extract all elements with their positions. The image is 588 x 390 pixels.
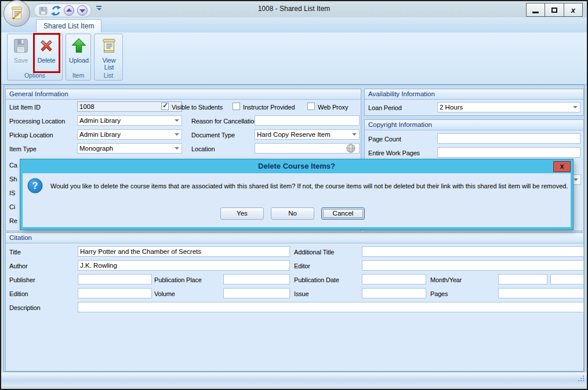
publication-place-field[interactable]	[223, 274, 290, 285]
refresh-icon[interactable]	[50, 4, 63, 17]
publisher-label: Publisher	[9, 276, 35, 283]
obscured-row-label: Sh	[9, 176, 17, 183]
author-label: Author	[9, 263, 28, 269]
dialog-close-button[interactable]: x	[553, 161, 571, 172]
web-proxy-checkbox[interactable]: ✓	[307, 103, 315, 110]
document-type-label: Document Type	[191, 132, 235, 138]
citation-header: Citation	[6, 233, 583, 243]
edition-label: Edition	[9, 290, 28, 297]
delete-label: Delete	[34, 57, 59, 64]
upload-button[interactable]: Upload	[67, 36, 91, 71]
item-type-dropdown[interactable]: Monograph	[77, 143, 182, 154]
green-up-arrow-icon	[70, 37, 88, 56]
delete-button[interactable]: Delete	[34, 36, 59, 71]
page-count-field[interactable]	[437, 133, 580, 144]
month-year-label: Month/Year	[430, 276, 462, 283]
red-x-icon	[37, 37, 56, 56]
dialog-title: Delete Course Items?	[20, 159, 573, 173]
loan-period-dropdown[interactable]: 2 Hours	[437, 102, 580, 112]
ribbon-group-options: Save Delete Options	[7, 34, 63, 81]
location-label: Location	[191, 145, 215, 152]
check-icon: ✓	[162, 101, 168, 110]
edition-field[interactable]	[78, 288, 152, 298]
group-label-item: Item	[66, 72, 90, 79]
location-field[interactable]	[255, 143, 360, 154]
month-field[interactable]	[498, 274, 547, 285]
title-field[interactable]	[78, 246, 290, 257]
web-proxy-label: Web Proxy	[318, 104, 348, 111]
no-button[interactable]: No	[271, 207, 314, 220]
maximize-button[interactable]	[545, 3, 564, 16]
pickup-location-dropdown[interactable]: Admin Library	[77, 129, 182, 140]
app-window: 1008 - Shared List Item x	[0, 0, 588, 390]
processing-location-label: Processing Location	[9, 118, 65, 125]
page-count-label: Page Count	[368, 136, 401, 143]
down-circle-icon[interactable]	[76, 4, 89, 17]
author-field[interactable]	[78, 260, 290, 271]
view-list-label: View List	[97, 57, 121, 71]
visible-to-students-label: Visible to Students	[172, 104, 223, 111]
title-label: Title	[9, 249, 21, 256]
cancel-button[interactable]: Cancel	[321, 207, 365, 220]
publisher-field[interactable]	[78, 274, 152, 285]
obscured-row-label: IS	[9, 189, 15, 196]
publication-date-field[interactable]	[362, 274, 426, 285]
list-item-id-label: List Item ID	[9, 104, 41, 111]
issue-label: Issue	[294, 290, 309, 297]
entire-work-pages-field[interactable]	[437, 147, 580, 158]
svg-text:?: ?	[32, 181, 38, 191]
save-label: Save	[9, 57, 33, 64]
ribbon-group-item: Upload Item	[66, 34, 91, 81]
obscured-row-label: Re	[9, 217, 17, 224]
additional-title-field[interactable]	[362, 246, 584, 257]
reason-for-cancellation-label: Reason for Cancellation	[191, 118, 257, 125]
close-button[interactable]: x	[564, 3, 582, 16]
document-type-dropdown[interactable]: Hard Copy Reserve Item	[255, 129, 360, 140]
citation-panel: Citation Title Additional Title Author E…	[5, 232, 584, 371]
customize-toolbar-icon[interactable]	[96, 6, 101, 10]
publication-date-label: Publication Date	[294, 276, 339, 283]
entire-work-pages-label: Entire Work Pages	[368, 150, 420, 156]
save-button[interactable]: Save	[9, 36, 33, 71]
scroll-icon	[100, 37, 118, 56]
chevron-down-icon	[574, 178, 578, 181]
loan-period-label: Loan Period	[368, 104, 402, 111]
description-field[interactable]	[78, 302, 584, 312]
scroll-pencil-icon	[7, 3, 27, 23]
visible-to-students-checkbox[interactable]: ✓	[161, 103, 169, 110]
volume-field[interactable]	[223, 288, 290, 298]
chevron-down-icon	[175, 119, 179, 122]
availability-information-panel: Availability Information Loan Period 2 H…	[364, 89, 584, 116]
window-controls: x	[526, 3, 583, 17]
yes-button[interactable]: Yes	[220, 207, 264, 220]
year-field[interactable]	[550, 274, 584, 285]
quick-access-toolbar	[34, 3, 92, 17]
view-list-button[interactable]: View List	[97, 36, 121, 71]
ribbon-group-list: View List List	[94, 34, 123, 81]
tab-shared-list-item[interactable]: Shared List Item	[36, 19, 101, 32]
upload-label: Upload	[67, 57, 91, 64]
minimize-button[interactable]	[527, 3, 545, 16]
availability-information-header: Availability Information	[365, 89, 583, 100]
pages-label: Pages	[430, 290, 448, 297]
editor-field[interactable]	[362, 260, 584, 271]
instructor-provided-label: Instructor Provided	[243, 104, 295, 111]
quick-save-icon[interactable]	[37, 4, 49, 17]
group-label-options: Options	[8, 72, 62, 79]
up-circle-icon[interactable]	[63, 4, 75, 17]
pages-field[interactable]	[498, 288, 584, 298]
obscured-row-label: Ci	[9, 203, 15, 210]
processing-location-dropdown[interactable]: Admin Library	[77, 115, 182, 126]
group-label-list: List	[95, 72, 122, 79]
globe-icon[interactable]	[346, 144, 356, 154]
instructor-provided-checkbox[interactable]: ✓	[233, 103, 240, 110]
reason-for-cancellation-field[interactable]	[255, 115, 360, 126]
obscured-row-label: Ca	[9, 162, 17, 169]
resize-grip[interactable]	[578, 374, 585, 385]
floppy-disk-icon	[12, 37, 30, 56]
volume-label: Volume	[154, 290, 175, 297]
issue-field[interactable]	[362, 288, 426, 298]
tab-strip: Shared List Item	[1, 17, 587, 32]
chevron-down-icon	[573, 106, 578, 108]
app-menu-button[interactable]	[3, 0, 30, 27]
